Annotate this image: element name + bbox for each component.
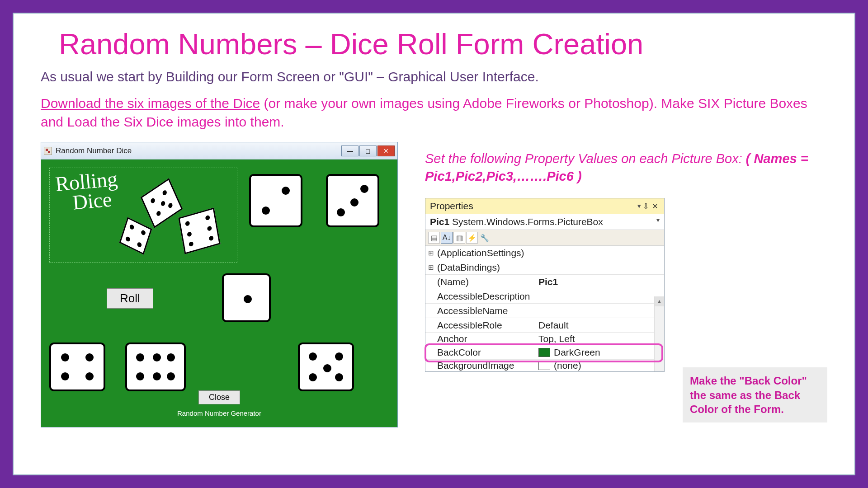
rolling-dice-picture: Rolling Dice bbox=[49, 168, 237, 263]
download-link[interactable]: Download the six images of the Dice bbox=[41, 96, 260, 111]
prop-accessiblerole-label[interactable]: AccessibleRole bbox=[425, 318, 534, 333]
die-2-icon bbox=[249, 174, 302, 227]
object-type: System.Windows.Forms.PictureBox bbox=[449, 216, 603, 227]
die-3-icon bbox=[326, 174, 379, 227]
pin-icon[interactable]: ⇩ bbox=[643, 202, 649, 211]
properties-header-text: Properties bbox=[430, 201, 637, 211]
events-icon[interactable]: ⚡ bbox=[466, 232, 478, 244]
scroll-up-icon[interactable]: ▲ bbox=[655, 296, 664, 306]
prop-accessibledescription-value[interactable] bbox=[534, 289, 664, 304]
prop-accessiblename[interactable]: AccessibleName bbox=[425, 304, 534, 318]
prop-backcolor-value[interactable]: DarkGreen bbox=[534, 345, 664, 360]
prop-anchor-value[interactable]: Top, Left bbox=[534, 333, 664, 345]
die-3d-icon bbox=[141, 178, 183, 228]
prop-name-value[interactable]: Pic1 bbox=[534, 275, 664, 289]
die-3d-icon bbox=[178, 207, 220, 254]
minimize-button[interactable]: — bbox=[341, 145, 359, 156]
property-instruction-text: Set the following Property Values on eac… bbox=[425, 151, 746, 166]
prop-accessiblename-value[interactable] bbox=[534, 304, 664, 318]
prop-accessiblerole-value[interactable]: Default bbox=[534, 318, 664, 333]
form-screenshot: Random Number Dice — ◻ ✕ Rolling Dice bbox=[41, 142, 398, 427]
panel-close-icon[interactable]: × bbox=[651, 201, 660, 211]
slide-title: Random Numbers – Dice Roll Form Creation bbox=[59, 27, 827, 61]
prop-backcolor-label[interactable]: BackColor bbox=[425, 345, 534, 360]
alphabetical-icon[interactable]: A↓ bbox=[441, 232, 453, 244]
die-3d-icon bbox=[119, 217, 152, 255]
form-app-icon bbox=[44, 147, 52, 155]
darkgreen-swatch-icon bbox=[538, 348, 550, 357]
properties-header: Properties ▾ ⇩ × bbox=[425, 198, 664, 214]
prop-backgroundimage-label[interactable]: BackgroundImage bbox=[425, 360, 534, 371]
bgimg-text: (none) bbox=[554, 360, 581, 371]
prop-accessibledescription[interactable]: AccessibleDescription bbox=[425, 289, 534, 304]
none-swatch-icon bbox=[538, 361, 550, 370]
properties-panel: Properties ▾ ⇩ × Pic1 System.Windows.For… bbox=[425, 198, 665, 372]
prop-anchor-label[interactable]: Anchor bbox=[425, 333, 534, 345]
prop-applicationsettings[interactable]: (ApplicationSettings) bbox=[425, 246, 534, 260]
categorized-icon[interactable]: ▤ bbox=[428, 232, 440, 244]
prop-databindings[interactable]: (DataBindings) bbox=[425, 260, 534, 275]
die-6-icon bbox=[125, 343, 186, 391]
die-4-icon bbox=[49, 343, 105, 391]
die-1-icon bbox=[222, 273, 271, 322]
rolling-text-2: Dice bbox=[71, 188, 113, 214]
prop-databindings-value[interactable] bbox=[534, 260, 664, 275]
window-close-button[interactable]: ✕ bbox=[377, 145, 395, 156]
roll-button[interactable]: Roll bbox=[107, 288, 153, 309]
form-body: Rolling Dice bbox=[41, 160, 397, 427]
die-5-icon bbox=[298, 343, 354, 391]
property-pages-icon[interactable]: ▥ bbox=[453, 232, 465, 244]
properties-object-selector[interactable]: Pic1 System.Windows.Forms.PictureBox ▾ bbox=[425, 214, 664, 230]
property-grid: (ApplicationSettings) (DataBindings) (Na… bbox=[425, 246, 664, 371]
form-title: Random Number Dice bbox=[56, 146, 341, 155]
prop-name-label[interactable]: (Name) bbox=[425, 275, 534, 289]
callout-note: Make the "Back Color" the same as the Ba… bbox=[683, 367, 827, 422]
properties-toolbar: ▤ A↓ ▥ ⚡ 🔧 bbox=[425, 230, 664, 246]
form-titlebar: Random Number Dice — ◻ ✕ bbox=[41, 142, 397, 160]
property-instruction: Set the following Property Values on eac… bbox=[425, 150, 827, 185]
prop-applicationsettings-value[interactable] bbox=[534, 246, 664, 260]
properties-scrollbar[interactable]: ▲ bbox=[654, 296, 664, 371]
wrench-icon[interactable]: 🔧 bbox=[479, 232, 491, 244]
object-name: Pic1 bbox=[430, 216, 449, 227]
generator-label: Random Number Generator bbox=[41, 409, 397, 417]
intro-text: As usual we start by Building our Form S… bbox=[41, 69, 827, 84]
maximize-button[interactable]: ◻ bbox=[359, 145, 377, 156]
backcolor-text: DarkGreen bbox=[554, 347, 600, 358]
prop-backgroundimage-value[interactable]: (none) bbox=[534, 360, 664, 371]
form-close-button[interactable]: Close bbox=[198, 390, 240, 404]
instructions-paragraph: Download the six images of the Dice (or … bbox=[41, 94, 827, 131]
